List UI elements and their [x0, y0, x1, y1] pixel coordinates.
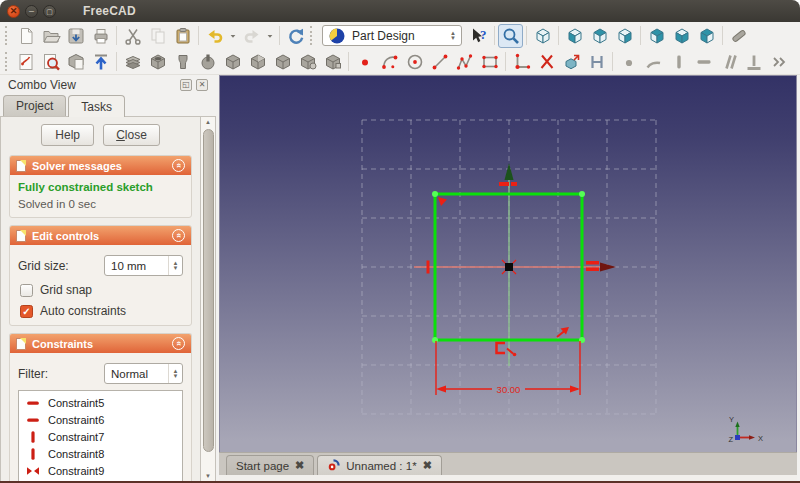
circle-icon[interactable] — [402, 50, 427, 74]
caret-icon[interactable] — [264, 24, 276, 48]
axes-icon[interactable] — [509, 50, 534, 74]
edit-controls-header[interactable]: Edit controls « — [10, 226, 191, 245]
caret-icon[interactable] — [227, 24, 239, 48]
polyline-icon[interactable] — [452, 50, 477, 74]
spinner-arrows-icon[interactable]: ▲▼ — [168, 364, 182, 383]
pad-icon[interactable] — [120, 50, 145, 74]
constraints-header[interactable]: Constraints « — [10, 334, 191, 353]
constraint-list-item[interactable]: Constraint6 — [19, 411, 182, 428]
new-icon[interactable] — [13, 24, 38, 48]
workbench-selector[interactable]: Part Design▲▼ — [322, 25, 462, 46]
cube-axo-icon[interactable] — [530, 24, 555, 48]
titlebar[interactable]: ✕ – ▢ FreeCAD — [0, 0, 800, 22]
constraint-list-item[interactable]: Constraint5 — [19, 394, 182, 411]
help-button[interactable]: Help — [41, 124, 94, 146]
document-tab[interactable]: Start page✖ — [226, 455, 314, 475]
tab-tasks[interactable]: Tasks — [68, 95, 125, 117]
sketch-map-icon[interactable] — [63, 50, 88, 74]
mirrored-icon[interactable] — [295, 50, 320, 74]
cube-top-icon[interactable] — [587, 24, 612, 48]
cube-bottom-icon[interactable] — [669, 24, 694, 48]
open-icon[interactable] — [38, 24, 63, 48]
pocket-icon[interactable] — [145, 50, 170, 74]
document-tab[interactable]: Unnamed : 1*✖ — [317, 455, 442, 475]
auto-constraints-checkbox[interactable]: ✓ — [20, 305, 33, 318]
overflow-icon[interactable] — [766, 50, 791, 74]
dimension-value[interactable]: 30.00 — [497, 384, 521, 395]
print-icon[interactable] — [88, 24, 113, 48]
paste-icon[interactable] — [170, 24, 195, 48]
toolbar-separator — [505, 52, 506, 71]
toolbar-row-sketcher — [0, 49, 800, 75]
collapse-icon[interactable]: « — [172, 229, 185, 242]
collapse-icon[interactable]: « — [172, 337, 185, 350]
scroll-up-icon[interactable]: ▲ — [201, 117, 215, 128]
tab-project[interactable]: Project — [3, 95, 66, 116]
cut-icon[interactable] — [120, 24, 145, 48]
sketch-x-axis[interactable] — [414, 263, 616, 272]
tab-close-icon[interactable]: ✖ — [423, 460, 432, 471]
save-icon[interactable] — [63, 24, 88, 48]
draft-icon[interactable] — [270, 50, 295, 74]
external-icon[interactable] — [584, 50, 609, 74]
window-minimize-button[interactable]: – — [25, 5, 38, 18]
grid-size-spinbox[interactable]: 10 mm ▲▼ — [104, 255, 183, 276]
rectangle-icon[interactable] — [477, 50, 502, 74]
window-maximize-button[interactable]: ▢ — [43, 5, 56, 18]
c-point-icon[interactable] — [616, 50, 641, 74]
chamfer-icon[interactable] — [245, 50, 270, 74]
redo-icon[interactable] — [239, 24, 264, 48]
measure-icon[interactable] — [726, 24, 751, 48]
close-button[interactable]: Close — [103, 124, 160, 146]
toolbar-separator — [558, 26, 559, 45]
cube-rear-icon[interactable] — [644, 24, 669, 48]
cube-right-icon[interactable] — [612, 24, 637, 48]
refresh-icon[interactable] — [283, 24, 308, 48]
sketch-leave-icon[interactable] — [88, 50, 113, 74]
c-vertical-icon[interactable] — [666, 50, 691, 74]
sketch-new-icon[interactable] — [13, 50, 38, 74]
whats-this-icon[interactable]: ? — [466, 24, 491, 48]
groove-icon[interactable] — [195, 50, 220, 74]
constraint-list-item[interactable]: Constraint8 — [19, 445, 182, 462]
collapse-icon[interactable]: « — [172, 159, 185, 172]
dock-close-icon[interactable]: ✕ — [196, 79, 208, 91]
fillet-icon[interactable] — [220, 50, 245, 74]
validate-icon[interactable] — [559, 50, 584, 74]
panel-scrollbar[interactable]: ▲ ▼ — [200, 117, 215, 482]
point-icon[interactable] — [352, 50, 377, 74]
sketch-vertex[interactable] — [432, 191, 438, 197]
dock-float-icon[interactable]: ◱ — [180, 79, 192, 91]
window-close-button[interactable]: ✕ — [7, 5, 20, 18]
sketch-vertex[interactable] — [579, 191, 585, 197]
sketch-vertex[interactable] — [432, 337, 438, 343]
tab-close-icon[interactable]: ✖ — [295, 460, 304, 471]
c-perpendicular-icon[interactable] — [741, 50, 766, 74]
undo-icon[interactable] — [202, 24, 227, 48]
constraint-list-item[interactable]: Constraint9 — [19, 462, 182, 479]
sketch-edit-icon[interactable] — [38, 50, 63, 74]
spinner-arrows-icon[interactable]: ▲▼ — [450, 31, 458, 40]
c-horizontal-icon[interactable] — [691, 50, 716, 74]
revolution-icon[interactable] — [170, 50, 195, 74]
pattern-icon[interactable] — [320, 50, 345, 74]
c-parallel-icon[interactable] — [716, 50, 741, 74]
cube-left-icon[interactable] — [694, 24, 719, 48]
3d-viewport[interactable]: 30.00 X Y Z — [219, 75, 797, 452]
c-tangent-icon[interactable] — [641, 50, 666, 74]
toolbar-drag-handle[interactable] — [310, 26, 314, 45]
constraint-list-item[interactable]: Constraint7 — [19, 428, 182, 445]
trim-icon[interactable] — [534, 50, 559, 74]
filter-combobox[interactable]: Normal ▲▼ — [104, 363, 183, 384]
grid-snap-checkbox[interactable] — [20, 284, 33, 297]
fit-all-icon[interactable] — [498, 24, 523, 48]
arc-icon[interactable] — [377, 50, 402, 74]
solver-messages-header[interactable]: Solver messages « — [10, 156, 191, 175]
copy-icon[interactable] — [145, 24, 170, 48]
scrollbar-thumb[interactable] — [203, 129, 214, 452]
toolbar-drag-handle[interactable] — [5, 52, 9, 71]
toolbar-drag-handle[interactable] — [5, 26, 9, 45]
line-icon[interactable] — [427, 50, 452, 74]
spinner-arrows-icon[interactable]: ▲▼ — [168, 256, 182, 275]
cube-front-icon[interactable] — [562, 24, 587, 48]
